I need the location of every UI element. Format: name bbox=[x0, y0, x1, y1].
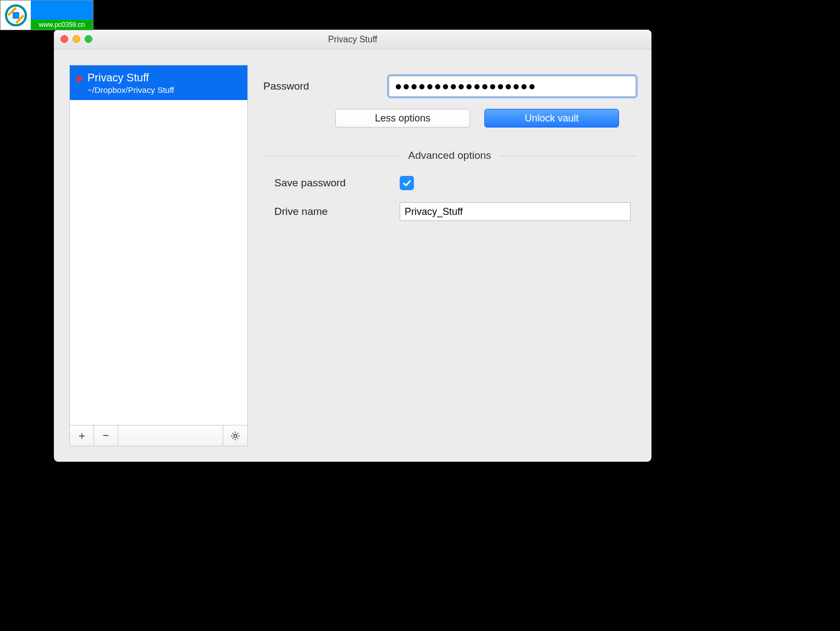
svg-point-2 bbox=[234, 434, 236, 437]
drive-name-input[interactable] bbox=[400, 202, 631, 221]
password-input[interactable] bbox=[389, 76, 636, 97]
sidebar-toolbar: ＋ − bbox=[70, 425, 247, 446]
vault-path: ~/Dropbox/Privacy Stuff bbox=[87, 85, 240, 95]
watermark-url: www.pc0359.cn bbox=[31, 20, 93, 30]
gear-icon bbox=[230, 430, 241, 441]
less-options-label: Less options bbox=[375, 113, 430, 124]
remove-vault-button[interactable]: − bbox=[94, 425, 118, 446]
watermark-blue-bar bbox=[31, 1, 93, 20]
traffic-lights bbox=[60, 35, 92, 43]
minimize-icon[interactable] bbox=[73, 35, 80, 43]
add-vault-button[interactable]: ＋ bbox=[70, 425, 94, 446]
unlock-vault-label: Unlock vault bbox=[524, 113, 578, 124]
watermark-right: www.pc0359.cn bbox=[31, 1, 93, 30]
zoom-icon[interactable] bbox=[85, 35, 92, 43]
content-area: Privacy Stuff ~/Dropbox/Privacy Stuff ＋ … bbox=[54, 49, 651, 462]
unlock-vault-button[interactable]: Unlock vault bbox=[484, 109, 619, 128]
save-password-label: Save password bbox=[274, 177, 400, 189]
close-icon[interactable] bbox=[60, 35, 68, 43]
vault-list: Privacy Stuff ~/Dropbox/Privacy Stuff bbox=[70, 65, 247, 425]
vault-sidebar: Privacy Stuff ~/Dropbox/Privacy Stuff ＋ … bbox=[69, 65, 248, 446]
save-password-row: Save password bbox=[263, 176, 636, 190]
minus-icon: − bbox=[103, 429, 109, 442]
password-label: Password bbox=[263, 80, 389, 92]
save-password-checkbox[interactable] bbox=[400, 176, 414, 190]
vault-status-dot-icon bbox=[76, 76, 82, 82]
settings-button[interactable] bbox=[223, 425, 247, 446]
advanced-divider: Advanced options bbox=[263, 150, 636, 162]
vault-name: Privacy Stuff bbox=[87, 71, 240, 84]
less-options-button[interactable]: Less options bbox=[335, 109, 470, 128]
app-window: Privacy Stuff Privacy Stuff ~/Dropbox/Pr… bbox=[54, 30, 651, 462]
main-panel: Password Less options Unlock vault Advan… bbox=[263, 65, 636, 446]
svg-rect-1 bbox=[13, 12, 19, 19]
titlebar[interactable]: Privacy Stuff bbox=[54, 30, 651, 49]
vault-item[interactable]: Privacy Stuff ~/Dropbox/Privacy Stuff bbox=[70, 65, 247, 100]
window-title: Privacy Stuff bbox=[328, 35, 378, 45]
drive-name-row: Drive name bbox=[263, 202, 636, 221]
advanced-title: Advanced options bbox=[400, 150, 499, 162]
plus-icon: ＋ bbox=[76, 428, 87, 443]
button-row: Less options Unlock vault bbox=[318, 109, 636, 128]
password-row: Password bbox=[263, 76, 636, 97]
check-icon bbox=[402, 178, 412, 188]
toolbar-spacer bbox=[118, 425, 223, 446]
watermark-badge: www.pc0359.cn bbox=[0, 0, 93, 30]
drive-name-label: Drive name bbox=[274, 206, 400, 218]
watermark-logo-icon bbox=[1, 1, 31, 30]
